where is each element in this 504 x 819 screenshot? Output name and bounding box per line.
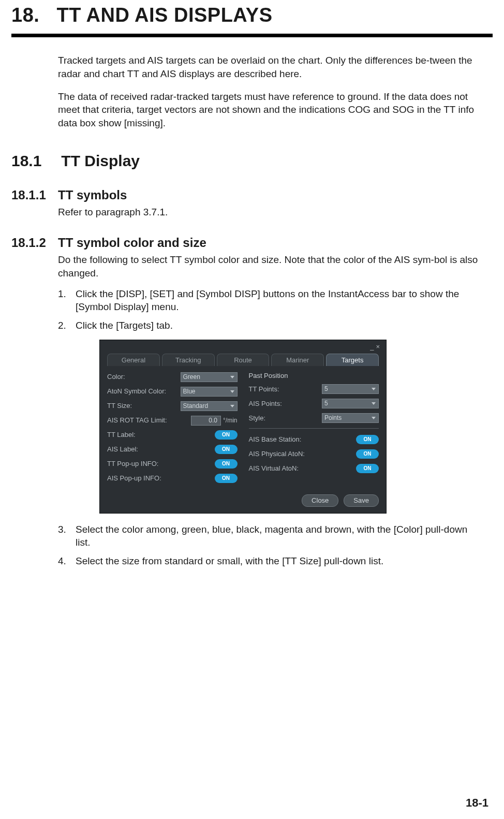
ais-rot-unit: °/min <box>223 416 237 425</box>
tt-points-label: TT Points: <box>249 385 322 394</box>
subsection-number: 18.1.1 <box>11 187 58 203</box>
symbol-display-dialog: _× General Tracking Route Mariner Target… <box>99 340 387 514</box>
subsection-18-1-1: 18.1.1 TT symbols <box>11 187 493 203</box>
heading-rule <box>11 34 493 37</box>
divider <box>249 428 379 429</box>
subsection-title: TT symbols <box>58 187 127 203</box>
section-number: 18.1 <box>11 151 57 172</box>
left-column: Color: Green AtoN Symbol Color: Blue TT … <box>107 371 238 487</box>
section-title: TT Display <box>61 152 140 169</box>
past-position-heading: Past Position <box>249 371 379 381</box>
subsection-title: TT symbol color and size <box>58 235 206 251</box>
tt-label-toggle[interactable]: ON <box>215 430 238 440</box>
ais-label-toggle[interactable]: ON <box>215 445 238 454</box>
intro-paragraph-2: The data of received radar-tracked targe… <box>58 90 484 130</box>
ais-popup-label: AIS Pop-up INFO: <box>107 474 215 483</box>
ais-rot-label: AIS ROT TAG Limit: <box>107 416 191 425</box>
tt-label-label: TT Label: <box>107 430 215 440</box>
ais-points-label: AIS Points: <box>249 399 322 408</box>
chapter-number: 18. <box>11 4 39 26</box>
color-label: Color: <box>107 372 181 382</box>
ais-base-label: AIS Base Station: <box>249 435 357 444</box>
tt-points-dropdown[interactable]: 5 <box>322 384 379 394</box>
chapter-title: 18. TT AND AIS DISPLAYS <box>11 2 493 28</box>
color-dropdown[interactable]: Green <box>181 372 238 382</box>
window-controls: _× <box>370 342 382 352</box>
step-1: Click the [DISP], [SET] and [Symbol DISP… <box>58 287 484 314</box>
tab-targets[interactable]: Targets <box>326 354 379 367</box>
intro-paragraph-1: Tracked targets and AIS targets can be o… <box>58 54 484 80</box>
tab-tracking[interactable]: Tracking <box>162 354 215 367</box>
close-icon[interactable]: × <box>376 343 382 350</box>
right-column: Past Position TT Points: 5 AIS Points: 5… <box>249 371 379 487</box>
chapter-heading: TT AND AIS DISPLAYS <box>57 4 273 26</box>
section-18-1: 18.1 TT Display <box>11 151 493 172</box>
tab-route[interactable]: Route <box>217 354 270 367</box>
tt-size-label: TT Size: <box>107 401 181 411</box>
save-button[interactable]: Save <box>344 494 379 507</box>
ais-rot-input[interactable]: 0.0 <box>191 416 221 426</box>
subsection-18-1-2: 18.1.2 TT symbol color and size <box>11 235 493 251</box>
aton-color-label: AtoN Symbol Color: <box>107 387 181 396</box>
tab-general[interactable]: General <box>107 354 160 367</box>
ais-virtual-label: AIS Virtual AtoN: <box>249 464 357 473</box>
ais-virtual-toggle[interactable]: ON <box>356 464 379 473</box>
tt-popup-label: TT Pop-up INFO: <box>107 459 215 469</box>
step-2: Click the [Targets] tab. <box>58 319 484 332</box>
procedure-steps-continued: Select the color among, green, blue, bla… <box>58 523 484 568</box>
aton-color-dropdown[interactable]: Blue <box>181 387 238 397</box>
close-button[interactable]: Close <box>302 494 338 507</box>
ais-points-dropdown[interactable]: 5 <box>322 399 379 408</box>
ais-physical-toggle[interactable]: ON <box>356 449 379 459</box>
dialog-tabs: General Tracking Route Mariner Targets <box>107 354 379 367</box>
subsection-18-1-1-body: Refer to paragraph 3.7.1. <box>58 206 484 219</box>
ais-base-toggle[interactable]: ON <box>356 435 379 444</box>
ais-popup-toggle[interactable]: ON <box>215 474 238 483</box>
tt-size-dropdown[interactable]: Standard <box>181 401 238 411</box>
subsection-18-1-2-body: Do the following to select TT symbol col… <box>58 253 484 280</box>
procedure-steps: Click the [DISP], [SET] and [Symbol DISP… <box>58 287 484 332</box>
subsection-number: 18.1.2 <box>11 235 58 251</box>
tab-mariner[interactable]: Mariner <box>271 354 324 367</box>
tt-popup-toggle[interactable]: ON <box>215 459 238 469</box>
ais-label-label: AIS Label: <box>107 445 215 454</box>
style-dropdown[interactable]: Points <box>322 413 379 423</box>
ais-physical-label: AIS Physical AtoN: <box>249 449 357 459</box>
minimize-icon[interactable]: _ <box>370 343 376 350</box>
style-label: Style: <box>249 414 322 423</box>
step-3: Select the color among, green, blue, bla… <box>58 523 484 549</box>
step-4: Select the size from standard or small, … <box>58 554 484 568</box>
